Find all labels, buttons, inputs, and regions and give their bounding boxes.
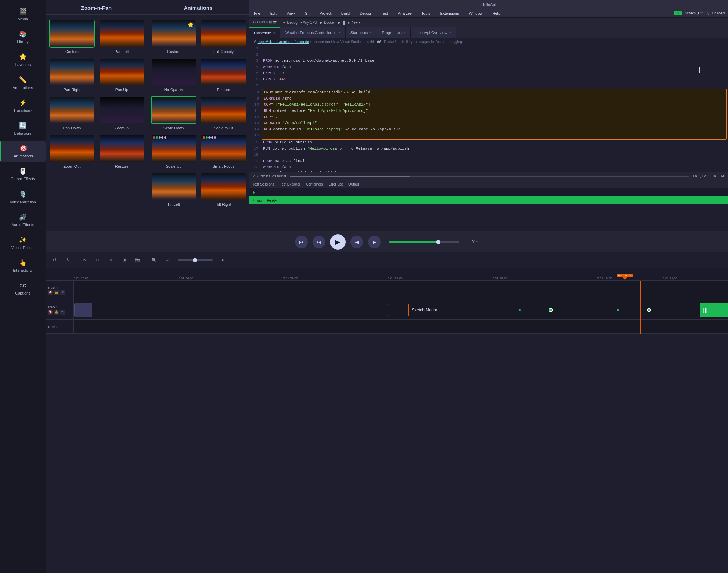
zoom-thumb-item-8[interactable]: Restore xyxy=(99,134,145,168)
anim-thumb-img-custom[interactable]: ⭐ xyxy=(151,20,196,48)
step-forward-button[interactable]: ⏭ xyxy=(313,236,325,248)
sidebar-item-voice-narration[interactable]: 🎙️ Voice Narration xyxy=(0,187,46,208)
anim-thumb-scale-up[interactable]: Scale Up xyxy=(151,134,196,168)
zoom-thumb-img-2[interactable] xyxy=(99,20,145,48)
group-button[interactable]: ⊞ xyxy=(119,255,129,265)
zoom-thumb-item-1[interactable]: Custom xyxy=(49,20,95,54)
sidebar-item-media[interactable]: 🎬 Media xyxy=(0,4,46,25)
cut-button[interactable]: ✂ xyxy=(79,255,89,265)
panel-tab-containers[interactable]: Containers xyxy=(306,182,323,186)
zoom-thumb-item-4[interactable]: Pan Up xyxy=(99,58,145,92)
menu-window[interactable]: Window xyxy=(467,11,485,16)
next-frame-button[interactable]: ▶ xyxy=(368,236,381,248)
info-bar-link[interactable]: https://aka.ms/containerfastmode xyxy=(258,40,309,44)
snapshot-button[interactable]: 📷 xyxy=(132,255,143,265)
track-3-lock[interactable]: 🔒 xyxy=(54,310,59,315)
sidebar-item-annotations[interactable]: ✏️ Annotations xyxy=(0,72,46,94)
sidebar-item-captions[interactable]: CC Captions xyxy=(0,278,46,299)
tab-helloapioverview-close[interactable]: × xyxy=(449,31,451,34)
menu-analyze[interactable]: Analyze xyxy=(396,11,414,16)
anim-thumb-custom[interactable]: ⭐ Custom xyxy=(151,20,196,54)
zoom-thumb-item-7[interactable]: Zoom Out xyxy=(49,134,95,168)
tab-weathercontroller-close[interactable]: × xyxy=(338,31,340,34)
tab-program[interactable]: Program.cs × xyxy=(377,27,411,38)
zoom-slider[interactable] xyxy=(178,259,213,261)
menu-file[interactable]: File xyxy=(252,11,262,16)
zoom-thumb-img-8[interactable] xyxy=(99,134,145,162)
zoom-thumb-item-2[interactable]: Pan Left xyxy=(99,20,145,54)
anim-thumb-img-tilt-right[interactable] xyxy=(201,173,246,201)
menu-project[interactable]: Project xyxy=(317,11,333,16)
copy-button[interactable]: ⧉ xyxy=(92,255,103,265)
zoom-thumb-img-5[interactable] xyxy=(49,96,95,124)
scroll-bar[interactable] xyxy=(290,176,689,177)
zoom-thumb-img-7[interactable] xyxy=(49,134,95,162)
anim-thumb-full-opacity[interactable]: Full Opacity xyxy=(201,20,246,54)
track-3-mute[interactable]: 🔇 xyxy=(48,310,53,315)
anim-thumb-img-restore[interactable] xyxy=(201,58,246,86)
sidebar-item-audio-effects[interactable]: 🔊 Audio Effects xyxy=(0,209,46,231)
sketch-motion-outline[interactable] xyxy=(388,304,409,316)
sidebar-item-cursor-effects[interactable]: 🖱️ Cursor Effects xyxy=(0,163,46,185)
menu-debug[interactable]: Debug xyxy=(358,11,373,16)
anim-thumb-tilt-left[interactable]: Tilt Left xyxy=(151,173,196,207)
anim-thumb-img-full-opacity[interactable] xyxy=(201,20,246,48)
panel-tab-test-sessions[interactable]: Test Sessions xyxy=(253,182,274,186)
clip-teal-end[interactable]: ||| xyxy=(700,303,728,317)
panel-tab-test-explorer[interactable]: Test Explorer xyxy=(280,182,300,186)
sidebar-item-visual-effects[interactable]: ✨ Visual Effects xyxy=(0,232,46,254)
git-button[interactable]: ⑃ xyxy=(674,11,682,15)
track-4-mute[interactable]: 🔇 xyxy=(48,290,53,295)
undo-button[interactable]: ↺ xyxy=(49,255,60,265)
tab-helloapioverview[interactable]: HelloApi Overview × xyxy=(411,27,456,38)
clip-gray-start[interactable] xyxy=(74,303,92,317)
tab-program-close[interactable]: × xyxy=(404,31,406,34)
anim-thumb-img-scale-up[interactable] xyxy=(151,134,196,162)
redo-button[interactable]: ↻ xyxy=(62,255,73,265)
sidebar-item-transitions[interactable]: ⚡ Transitions xyxy=(0,95,46,116)
menu-tools[interactable]: Tools xyxy=(419,11,433,16)
anim-thumb-img-scale-to-fit[interactable] xyxy=(201,96,246,124)
sidebar-item-animations[interactable]: 🎯 Animations xyxy=(0,141,46,162)
sidebar-item-favorites[interactable]: ⭐ Favorites xyxy=(0,49,46,70)
play-button[interactable]: ▶ xyxy=(330,234,346,250)
skip-back-button[interactable]: ⏮ xyxy=(295,236,308,248)
sidebar-item-behaviors[interactable]: 🔄 Behaviors xyxy=(0,118,46,139)
anim-thumb-scale-to-fit[interactable]: Scale to Fit xyxy=(201,96,246,130)
track-4-eye[interactable]: 👁 xyxy=(60,290,65,295)
tab-startup-close[interactable]: × xyxy=(370,31,372,34)
menu-view[interactable]: View xyxy=(285,11,297,16)
prev-frame-button[interactable]: ◀ xyxy=(350,236,363,248)
track-3-eye[interactable]: 👁 xyxy=(60,310,65,315)
anim-thumb-img-scale-down[interactable] xyxy=(151,96,196,124)
zoom-thumb-img-6[interactable] xyxy=(99,96,145,124)
tab-dockerfile[interactable]: Dockerfile × xyxy=(249,27,280,38)
panel-tab-output[interactable]: Output xyxy=(348,182,359,186)
zoom-out-button[interactable]: − xyxy=(162,255,173,265)
tab-startup[interactable]: Startup.cs × xyxy=(346,27,377,38)
search-bar[interactable]: Search (Ctrl+Q) xyxy=(684,11,709,15)
panel-tab-error-list[interactable]: Error List xyxy=(328,182,343,186)
sidebar-item-library[interactable]: 📚 Library xyxy=(0,26,46,48)
tab-weathercontroller[interactable]: WeatherForecastController.cs × xyxy=(280,27,346,38)
track-4-lock[interactable]: 🔒 xyxy=(54,290,59,295)
anim-thumb-smart-focus[interactable]: Smart Focus xyxy=(201,134,246,168)
tab-dockerfile-close[interactable]: × xyxy=(273,31,275,35)
menu-build[interactable]: Build xyxy=(339,11,352,16)
paste-button[interactable]: ⧈ xyxy=(106,255,116,265)
menu-git[interactable]: Git xyxy=(302,11,312,16)
anim-thumb-tilt-right[interactable]: Tilt Right xyxy=(201,173,246,207)
anim-thumb-restore[interactable]: Restore xyxy=(201,58,246,92)
menu-help[interactable]: Help xyxy=(490,11,503,16)
anim-thumb-no-opacity[interactable]: No Opacity xyxy=(151,58,196,92)
zoom-thumb-item-3[interactable]: Pan Right xyxy=(49,58,95,92)
anim-thumb-img-tilt-left[interactable] xyxy=(151,173,196,201)
sidebar-item-interactivity[interactable]: 👆 Interactivity xyxy=(0,255,46,276)
zoom-tool-button[interactable]: 🔍 xyxy=(149,255,159,265)
time-slider[interactable] xyxy=(389,241,459,243)
zoom-thumb-item-6[interactable]: Zoom In xyxy=(99,96,145,130)
vscode-code-editor[interactable]: 1 2 3 FROM mcr.microsoft.com/dotnet/aspn… xyxy=(249,46,728,172)
zoom-thumb-img-3[interactable] xyxy=(49,58,95,86)
menu-edit[interactable]: Edit xyxy=(268,11,279,16)
zoom-thumb-img-4[interactable] xyxy=(99,58,145,86)
